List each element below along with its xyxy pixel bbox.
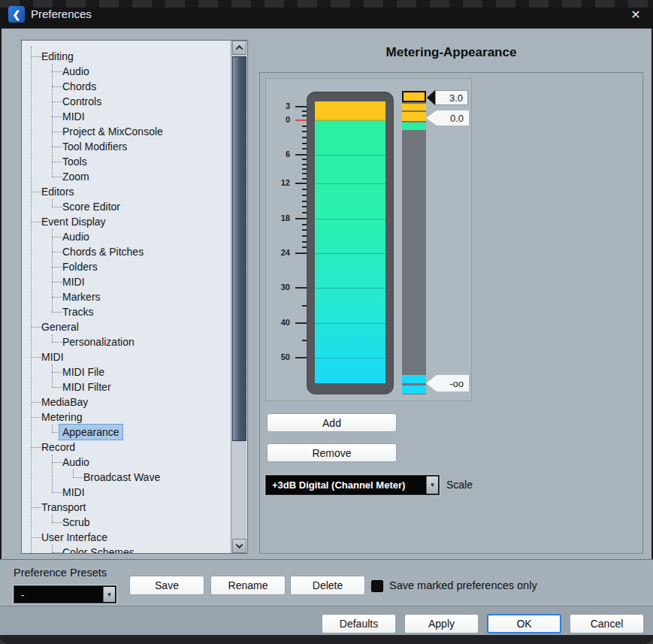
- tree-item-audio[interactable]: Audio: [22, 455, 229, 470]
- tree-connector-stub: [52, 492, 62, 493]
- tree-item-label[interactable]: Editing: [41, 49, 74, 64]
- tree-item-markers[interactable]: Markers: [22, 289, 229, 304]
- tree-item-project-mixconsole[interactable]: Project & MixConsole: [22, 124, 229, 139]
- save-button[interactable]: Save: [129, 576, 204, 595]
- chevron-down-icon[interactable]: ▼: [426, 476, 438, 494]
- meter-preview-panel: 306121824304050 3.0 0.0 -oo: [265, 78, 472, 401]
- tree-item-editors[interactable]: Editors: [22, 184, 229, 199]
- tree-item-label[interactable]: Color Schemes: [62, 545, 135, 554]
- tree-item-personalization[interactable]: Personalization: [22, 334, 229, 349]
- tree-item-controls[interactable]: Controls: [22, 94, 229, 109]
- tree-item-label[interactable]: Tracks: [62, 304, 93, 319]
- delete-button[interactable]: Delete: [290, 576, 365, 595]
- tree-item-appearance[interactable]: Appearance: [22, 425, 229, 440]
- tree-item-user-interface[interactable]: User Interface: [22, 530, 229, 545]
- tree-item-label[interactable]: Broadcast Wave: [83, 470, 160, 485]
- tree-item-label[interactable]: MIDI Filter: [62, 379, 111, 395]
- tree-item-midi[interactable]: MIDI: [22, 274, 229, 289]
- handle-value-minus-inf[interactable]: -oo: [426, 375, 469, 392]
- tree-item-midi[interactable]: MIDI: [22, 109, 229, 124]
- tree-item-tools[interactable]: Tools: [22, 154, 229, 169]
- tree-item-midi[interactable]: MIDI: [22, 349, 229, 364]
- tree-item-label[interactable]: Score Editor: [62, 199, 120, 214]
- cancel-button[interactable]: Cancel: [570, 614, 644, 633]
- tree-item-label[interactable]: Appearance: [59, 425, 122, 440]
- handle-value-0[interactable]: 0.0: [426, 110, 469, 125]
- tree-item-label[interactable]: Markers: [62, 289, 101, 304]
- tree-item-label[interactable]: Audio: [62, 455, 89, 470]
- tree-item-label[interactable]: Event Display: [41, 214, 106, 229]
- tree-item-mediabay[interactable]: MediaBay: [22, 395, 229, 410]
- tree-item-midi-file[interactable]: MIDI File: [22, 364, 229, 379]
- tree-item-tool-modifiers[interactable]: Tool Modifiers: [22, 139, 229, 154]
- tree-item-label[interactable]: Metering: [41, 410, 82, 425]
- tree-item-general[interactable]: General: [22, 319, 229, 334]
- tree-item-label[interactable]: Tool Modifiers: [62, 139, 127, 154]
- tree-item-label[interactable]: MIDI: [62, 274, 85, 289]
- tree-item-label[interactable]: Zoom: [62, 169, 89, 184]
- apply-button[interactable]: Apply: [404, 614, 479, 633]
- strip-segment-selected[interactable]: [402, 91, 426, 102]
- close-icon[interactable]: ✕: [626, 5, 645, 23]
- tree-item-audio[interactable]: Audio: [22, 64, 229, 79]
- strip-segment[interactable]: [402, 112, 426, 121]
- tree-scrollbar[interactable]: [231, 41, 246, 553]
- tree-item-label[interactable]: Folders: [62, 259, 98, 274]
- scroll-down-icon[interactable]: [232, 539, 246, 553]
- tree-item-label[interactable]: MIDI: [41, 349, 64, 364]
- color-handle-strip[interactable]: [402, 92, 426, 395]
- tree-item-editing[interactable]: Editing: [22, 49, 229, 64]
- tree-item-color-schemes[interactable]: Color Schemes: [22, 545, 229, 554]
- tree-item-label[interactable]: Audio: [62, 229, 89, 244]
- tree-item-label[interactable]: Record: [41, 440, 75, 455]
- tree-item-zoom[interactable]: Zoom: [22, 169, 229, 184]
- tree-item-label[interactable]: MediaBay: [41, 395, 88, 410]
- rename-button[interactable]: Rename: [210, 576, 286, 595]
- tree-item-scrub[interactable]: Scrub: [22, 515, 229, 530]
- tree-item-label[interactable]: Controls: [62, 94, 101, 109]
- tree-item-label[interactable]: Scrub: [62, 515, 90, 530]
- tree-item-label[interactable]: Chords: [62, 79, 96, 94]
- tree-item-chords[interactable]: Chords: [22, 79, 229, 94]
- presets-select[interactable]: - ▼: [14, 585, 116, 603]
- tree-item-event-display[interactable]: Event Display: [22, 214, 229, 229]
- tree-item-metering[interactable]: Metering: [22, 410, 229, 425]
- tree-item-label[interactable]: Transport: [41, 500, 86, 515]
- strip-segment[interactable]: [402, 385, 426, 394]
- remove-button[interactable]: Remove: [267, 443, 397, 462]
- tree-item-label[interactable]: Chords & Pitches: [62, 244, 144, 259]
- tree-item-record[interactable]: Record: [22, 440, 229, 455]
- tree-item-label[interactable]: MIDI File: [62, 364, 104, 379]
- strip-segment[interactable]: [402, 122, 426, 130]
- save-marked-checkbox[interactable]: [371, 580, 383, 592]
- ok-button[interactable]: OK: [487, 614, 561, 633]
- tree-item-label[interactable]: General: [41, 319, 79, 334]
- tree-item-label[interactable]: Editors: [41, 184, 74, 199]
- tree-item-audio[interactable]: Audio: [22, 229, 229, 244]
- handle-value-3[interactable]: 3.0: [435, 90, 468, 105]
- tree-item-chords-pitches[interactable]: Chords & Pitches: [22, 244, 229, 259]
- tree-item-broadcast-wave[interactable]: Broadcast Wave: [22, 470, 229, 485]
- strip-segment[interactable]: [402, 104, 426, 110]
- tree-item-label[interactable]: MIDI: [62, 109, 85, 124]
- scale-select[interactable]: +3dB Digital (Channel Meter) ▼: [265, 475, 440, 495]
- tree-item-label[interactable]: Audio: [62, 64, 89, 79]
- scrollbar-thumb[interactable]: [232, 56, 246, 441]
- tree-item-label[interactable]: User Interface: [41, 530, 107, 545]
- tree-item-label[interactable]: Tools: [62, 154, 87, 169]
- tree-item-label[interactable]: Personalization: [62, 334, 135, 349]
- tree-item-folders[interactable]: Folders: [22, 259, 229, 274]
- tree-item-midi[interactable]: MIDI: [22, 485, 229, 500]
- scroll-up-icon[interactable]: [232, 41, 246, 55]
- tree-connector-stub: [52, 297, 62, 298]
- tree-item-transport[interactable]: Transport: [22, 500, 229, 515]
- add-button[interactable]: Add: [267, 413, 397, 432]
- chevron-down-icon[interactable]: ▼: [103, 587, 115, 602]
- tree-item-tracks[interactable]: Tracks: [22, 304, 229, 319]
- tree-item-label[interactable]: Project & MixConsole: [62, 124, 163, 139]
- tree-item-score-editor[interactable]: Score Editor: [22, 199, 229, 214]
- tree-item-label[interactable]: MIDI: [62, 485, 85, 500]
- tree-item-midi-filter[interactable]: MIDI Filter: [22, 379, 229, 395]
- strip-segment[interactable]: [402, 375, 426, 383]
- defaults-button[interactable]: Defaults: [322, 614, 396, 633]
